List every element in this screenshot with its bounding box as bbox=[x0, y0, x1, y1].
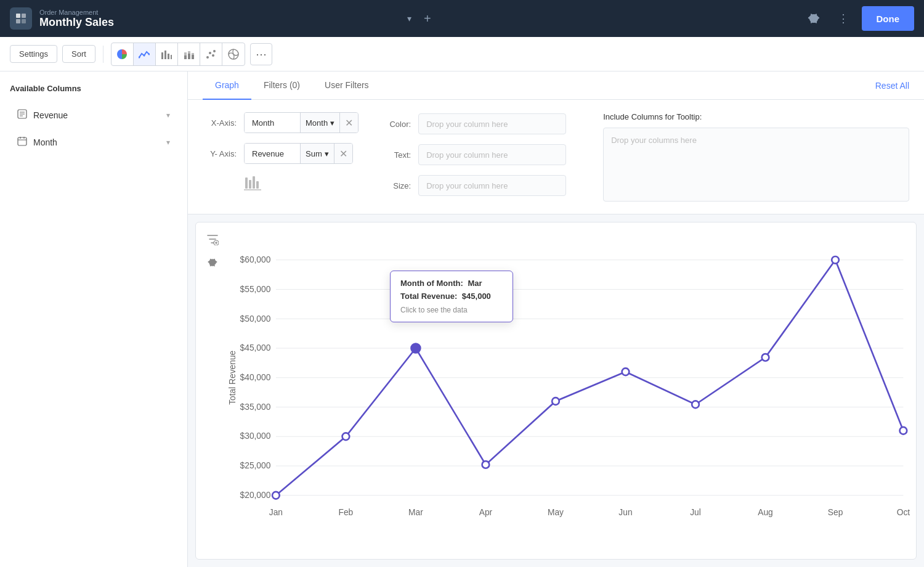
app-name: Order Management bbox=[39, 9, 396, 16]
tooltip-month-row: Month of Month: Mar bbox=[400, 279, 503, 288]
yaxis-field[interactable]: Revenue Sum ▾ ✕ bbox=[244, 143, 353, 164]
tooltip-revenue-value: $45,000 bbox=[462, 292, 491, 301]
svg-rect-33 bbox=[256, 181, 259, 189]
svg-point-20 bbox=[213, 50, 216, 52]
svg-text:Total Revenue: Total Revenue bbox=[228, 350, 237, 404]
chart-container: .grid-line { stroke: #e8eaed; stroke-wid… bbox=[195, 222, 917, 560]
yaxis-row: Y- Axis: Revenue Sum ▾ ✕ bbox=[203, 143, 359, 164]
chart-svg-area: .grid-line { stroke: #e8eaed; stroke-wid… bbox=[224, 229, 910, 553]
svg-rect-8 bbox=[164, 51, 166, 59]
xaxis-row: X-Axis: Month Month ▾ ✕ bbox=[203, 112, 359, 133]
svg-point-74 bbox=[762, 354, 769, 361]
svg-rect-14 bbox=[188, 51, 190, 54]
svg-text:$25,000: $25,000 bbox=[240, 461, 271, 470]
tab-graph[interactable]: Graph bbox=[203, 71, 251, 100]
svg-text:Oct: Oct bbox=[897, 508, 910, 517]
text-row: Text: Drop your column here bbox=[383, 144, 566, 165]
svg-text:Aug: Aug bbox=[758, 508, 773, 517]
svg-text:Feb: Feb bbox=[339, 508, 354, 517]
tab-filters[interactable]: Filters (0) bbox=[251, 71, 312, 100]
chart-settings-icon[interactable] bbox=[203, 253, 222, 272]
done-button[interactable]: Done bbox=[862, 6, 915, 31]
color-label: Color: bbox=[383, 120, 411, 129]
scatter-btn[interactable] bbox=[200, 43, 222, 65]
svg-point-67 bbox=[272, 492, 280, 499]
content-area: Graph Filters (0) User Filters Reset All… bbox=[188, 71, 924, 567]
reset-all-button[interactable]: Reset All bbox=[875, 81, 909, 91]
data-tooltip: Month of Month: Mar Total Revenue: $45,0… bbox=[390, 271, 513, 322]
svg-point-19 bbox=[212, 54, 214, 57]
svg-text:$60,000: $60,000 bbox=[240, 255, 271, 264]
svg-text:Jan: Jan bbox=[269, 508, 283, 517]
xaxis-select[interactable]: Month ▾ bbox=[300, 113, 339, 133]
tooltip-month-label: Month of Month: bbox=[400, 279, 463, 288]
settings-icon[interactable] bbox=[803, 7, 825, 30]
text-label: Text: bbox=[383, 150, 411, 160]
tooltip-revenue-label: Total Revenue: bbox=[400, 292, 457, 301]
tooltip-drop-area[interactable]: Drop your columns here bbox=[603, 128, 909, 202]
revenue-icon bbox=[17, 109, 27, 121]
pie-chart-btn[interactable] bbox=[111, 43, 134, 65]
size-drop-field[interactable]: Drop your column here bbox=[418, 175, 566, 196]
title-chevron-icon[interactable]: ▾ bbox=[407, 14, 411, 23]
month-icon bbox=[17, 136, 27, 149]
svg-rect-32 bbox=[253, 176, 255, 189]
settings-button[interactable]: Settings bbox=[10, 45, 57, 63]
app-logo bbox=[10, 7, 32, 30]
svg-point-71 bbox=[552, 398, 559, 405]
color-row: Color: Drop your column here bbox=[383, 113, 566, 134]
svg-text:$50,000: $50,000 bbox=[240, 314, 271, 324]
line-chart-btn[interactable] bbox=[134, 43, 156, 65]
chart-toolbar bbox=[203, 230, 222, 272]
more-options-icon[interactable]: ⋮ bbox=[832, 7, 854, 30]
more-chart-options-btn[interactable]: ⋯ bbox=[250, 43, 272, 65]
add-filter-icon[interactable] bbox=[203, 230, 222, 248]
props-section: Color: Drop your column here Text: Drop … bbox=[383, 112, 566, 202]
tooltip-click-hint[interactable]: Click to see the data bbox=[400, 306, 503, 314]
xaxis-field[interactable]: Month Month ▾ ✕ bbox=[244, 112, 359, 133]
config-panel: X-Axis: Month Month ▾ ✕ Y- Axis: Revenue bbox=[188, 100, 924, 214]
axes-section: X-Axis: Month Month ▾ ✕ Y- Axis: Revenue bbox=[203, 112, 359, 202]
tooltip-revenue-row: Total Revenue: $45,000 bbox=[400, 292, 503, 301]
svg-rect-10 bbox=[171, 55, 172, 59]
svg-rect-3 bbox=[22, 19, 26, 23]
svg-text:$20,000: $20,000 bbox=[240, 491, 271, 500]
svg-point-5 bbox=[144, 54, 145, 56]
chart-visual-icon bbox=[244, 179, 261, 194]
bar-chart-btn[interactable] bbox=[156, 43, 178, 65]
map-btn[interactable] bbox=[222, 43, 245, 65]
revenue-chevron-icon: ▾ bbox=[166, 111, 170, 120]
add-tab-icon[interactable]: + bbox=[424, 12, 431, 26]
stacked-bar-btn[interactable] bbox=[178, 43, 200, 65]
tooltip-month-value: Mar bbox=[468, 279, 482, 288]
sidebar-item-month[interactable]: Month ▾ bbox=[10, 130, 177, 155]
svg-text:May: May bbox=[548, 508, 564, 517]
svg-text:$45,000: $45,000 bbox=[240, 343, 271, 353]
color-drop-field[interactable]: Drop your column here bbox=[418, 113, 566, 134]
svg-rect-11 bbox=[184, 55, 187, 59]
tabs-bar: Graph Filters (0) User Filters Reset All bbox=[188, 71, 924, 100]
svg-point-73 bbox=[692, 401, 699, 408]
sort-button[interactable]: Sort bbox=[62, 45, 95, 63]
svg-point-72 bbox=[622, 368, 630, 375]
sidebar-item-revenue[interactable]: Revenue ▾ bbox=[10, 103, 177, 128]
chart-type-selector bbox=[111, 43, 245, 66]
svg-text:Jun: Jun bbox=[618, 508, 632, 517]
svg-rect-30 bbox=[245, 177, 248, 189]
svg-point-70 bbox=[482, 461, 490, 468]
tab-user-filters[interactable]: User Filters bbox=[312, 71, 381, 100]
svg-rect-15 bbox=[192, 55, 194, 59]
svg-text:$55,000: $55,000 bbox=[240, 285, 271, 294]
tooltip-section: Include Columns for Tooltip: Drop your c… bbox=[591, 112, 909, 202]
svg-text:Apr: Apr bbox=[479, 508, 493, 517]
size-label: Size: bbox=[383, 181, 411, 190]
svg-point-75 bbox=[832, 256, 839, 264]
sidebar-title: Available Columns bbox=[10, 84, 177, 93]
xaxis-close-btn[interactable]: ✕ bbox=[339, 113, 358, 133]
yaxis-close-btn[interactable]: ✕ bbox=[334, 144, 352, 163]
page-title: Monthly Sales bbox=[39, 16, 396, 29]
svg-text:$30,000: $30,000 bbox=[240, 432, 271, 441]
yaxis-select[interactable]: Sum ▾ bbox=[300, 144, 334, 163]
main-layout: Available Columns Revenue ▾ bbox=[0, 71, 924, 567]
text-drop-field[interactable]: Drop your column here bbox=[418, 144, 566, 165]
